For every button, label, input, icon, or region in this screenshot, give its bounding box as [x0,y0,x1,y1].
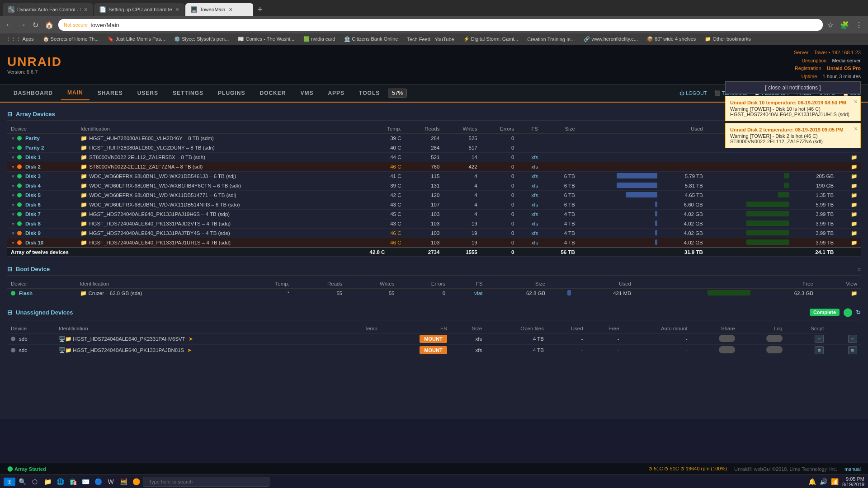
nav-docker[interactable]: DOCKER [253,86,292,100]
taskbar-volume-icon[interactable]: 🔊 [820,478,827,485]
fs: xfs [518,153,542,162]
expand-icon[interactable]: ▼ [11,183,15,188]
sdb-automount-toggle[interactable] [719,335,735,342]
disk-name[interactable]: Disk 6 [25,202,41,207]
url-box[interactable]: Not secure tower/Main [58,19,823,31]
tab-1[interactable]: 🔧 Dynamix Auto Fan Control - Sud... × [3,3,93,16]
complete-toggle[interactable]: ⬤ [843,307,852,317]
nav-apps[interactable]: APPS [321,86,351,100]
back-button[interactable]: ← [4,20,14,30]
taskbar-edge[interactable]: 🌐 [55,477,65,487]
disk-name[interactable]: Disk 7 [25,211,41,217]
taskbar-word[interactable]: W [106,477,116,487]
bookmark-heron[interactable]: 🔗 www.heronfidelity.c... [581,35,641,43]
sdb-mount-button[interactable]: MOUNT [420,335,447,343]
disk-name[interactable]: Disk 4 [25,183,41,188]
taskbar-search-icon[interactable]: 🔍 [17,477,27,487]
bookmark-nvidia[interactable]: 🟩 nvidia card [301,35,338,43]
forward-button[interactable]: → [17,20,28,30]
bookmark-citizens[interactable]: 🏦 Citizens Bank Online [341,35,401,43]
nav-tools[interactable]: TOOLS [353,86,386,100]
expand-icon[interactable]: ▼ [11,212,15,217]
nav-vms[interactable]: VMS [294,86,320,100]
taskbar-search-input[interactable] [143,477,269,487]
taskbar-mail[interactable]: ✉️ [80,477,90,487]
new-tab-button[interactable]: + [254,5,266,14]
close-all-notifications[interactable]: [ close all notifications ] [725,81,861,94]
disk-name[interactable]: Disk 2 [25,164,41,169]
disk-name[interactable]: Disk 5 [25,192,41,198]
bookmark-moms[interactable]: 🔖 Just Like Mom's Pas... [105,35,168,43]
refresh-icon[interactable]: ↻ [856,309,861,316]
sdc-share-toggle[interactable] [766,346,783,353]
reload-button[interactable]: ↻ [31,20,40,30]
sdb-share-toggle[interactable] [766,335,783,342]
expand-icon[interactable]: ▼ [11,145,15,150]
bookmark-star[interactable]: ☆ [826,20,835,30]
expand-icon[interactable]: ▼ [11,164,15,169]
bookmark-digital[interactable]: ⚡ Digital Storm: Gami... [461,35,521,43]
expand-icon[interactable]: ▼ [11,221,15,226]
taskbar-network-icon[interactable]: 📶 [831,478,839,485]
tab-3-active[interactable]: 🖥️ Tower/Main × [185,3,253,16]
flash-name[interactable]: Flash [19,291,33,296]
disk-name[interactable]: Disk 10 [25,240,43,245]
taskbar-calc[interactable]: 🧮 [118,477,128,487]
menu-button[interactable]: ⋮ [854,20,864,30]
tab-close-1[interactable]: × [84,6,88,13]
manual-link[interactable]: manual [844,466,861,472]
bookmark-other[interactable]: 📁 Other bookmarks [702,35,753,43]
expand-icon[interactable]: ▼ [11,240,15,245]
disk-name[interactable]: Disk 8 [25,221,41,226]
sdc-script-btn[interactable]: ≡ [848,346,857,354]
bookmark-creation[interactable]: Creation Training In... [524,36,577,43]
logout-action[interactable]: ⏻ LOGOUT [679,90,707,96]
writes: 4 [443,191,481,200]
taskbar-chrome[interactable]: 🔵 [93,477,103,487]
disk-name[interactable]: Disk 3 [25,174,41,179]
expand-icon[interactable]: ▼ [11,202,15,207]
home-button[interactable]: 🏠 [43,20,56,30]
nav-main[interactable]: MAIN [61,86,90,100]
start-button[interactable]: ⊞ [4,478,15,486]
taskbar-file-explorer[interactable]: 📁 [42,477,52,487]
sdc-mount-button[interactable]: MOUNT [420,346,447,354]
nav-plugins[interactable]: PLUGINS [212,86,251,100]
bookmark-apps[interactable]: ⋮⋮⋮ Apps [4,35,37,43]
bookmark-shelves[interactable]: 📦 60" wide 4 shelves [644,35,698,43]
taskbar-notification-icon[interactable]: 🔔 [808,478,816,485]
disk-name[interactable]: Disk 9 [25,230,41,236]
taskbar-store[interactable]: 🛍️ [68,477,78,487]
expand-icon[interactable]: ▼ [11,155,15,160]
notif-close-2[interactable]: × [854,125,858,132]
expand-icon[interactable]: ▼ [11,231,15,236]
bookmark-comics[interactable]: 📰 Comics - The Washi... [235,35,297,43]
sdc-automount-toggle[interactable] [719,346,735,353]
nav-users[interactable]: USERS [131,86,165,100]
ua-col-size: Size [451,324,486,333]
bookmark-slyce[interactable]: ⚙️ Slyce: Slysoft's pen... [171,35,231,43]
sdb-script-btn[interactable]: ≡ [848,335,857,343]
tab-close-3[interactable]: × [229,6,232,13]
errors: 0 [481,172,518,181]
reads: 103 [405,219,443,229]
total-used-bar [579,248,661,257]
bookmark-techfeed[interactable]: Tech Feed - YouTube [404,36,457,43]
sdb-log-btn[interactable]: ≡ [815,335,824,343]
expand-icon[interactable]: ▼ [11,193,15,198]
tab-close-2[interactable]: × [175,6,179,13]
nav-shares[interactable]: SHARES [91,86,129,100]
expand-icon[interactable]: ▼ [11,174,15,179]
tab-2[interactable]: 📄 Setting up CPU and board temp... × [94,3,184,16]
nav-settings[interactable]: SETTINGS [166,86,210,100]
notif-close-1[interactable]: × [854,98,858,105]
expand-icon[interactable]: ▼ [11,136,15,141]
taskbar-task-view[interactable]: ⬡ [30,477,40,487]
bookmark-secrets[interactable]: 🏠 Secrets of Home Th... [40,35,102,43]
nav-dashboard[interactable]: DASHBOARD [7,86,59,100]
boot-view-icon[interactable]: ≡ [857,266,861,272]
extensions-button[interactable]: 🧩 [838,20,851,30]
sdc-log-btn[interactable]: ≡ [815,346,824,354]
taskbar-app1[interactable]: 🟠 [131,477,141,487]
disk-name[interactable]: Disk 1 [25,155,41,160]
